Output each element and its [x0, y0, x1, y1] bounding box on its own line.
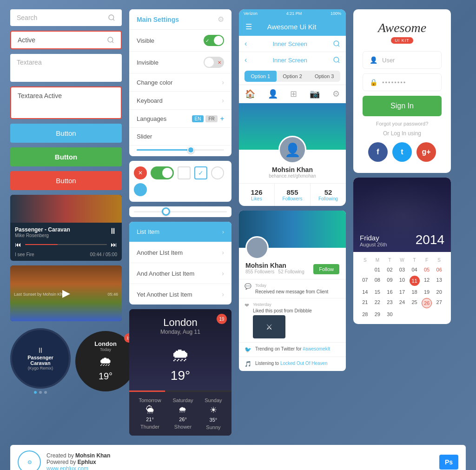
twitter-login-button[interactable]: t: [392, 142, 412, 162]
cal-day-06[interactable]: 06: [433, 265, 445, 274]
cal-day-02[interactable]: 02: [383, 265, 396, 274]
svg-point-0: [109, 15, 114, 20]
round-music-player[interactable]: ⏸ Passenger Caravan (Kygo Remix): [10, 328, 71, 394]
settings-invisible-row[interactable]: Invisible: [129, 52, 231, 73]
cal-day-27[interactable]: 27: [433, 298, 445, 308]
pause-icon[interactable]: ⏸: [109, 226, 117, 236]
cal-day-03[interactable]: 03: [396, 265, 409, 274]
weekday-s2: S: [433, 258, 445, 263]
add-language-button[interactable]: +: [220, 115, 224, 122]
search-inner-icon-1[interactable]: [333, 40, 340, 47]
cal-day-20[interactable]: 20: [433, 288, 445, 296]
video-title: Last Sunset by Mohsin Khan: [14, 292, 67, 297]
close-control[interactable]: ✕: [134, 166, 147, 179]
checkbox-checked[interactable]: ✓: [194, 166, 207, 179]
blue-button[interactable]: Button: [10, 124, 122, 143]
video-player[interactable]: ▶ Last Sunset by Mohsin Khan 05:46: [10, 265, 122, 321]
list-item-1[interactable]: List Item ›: [129, 222, 231, 242]
tab-settings-icon[interactable]: ⚙: [332, 89, 340, 99]
lang-fr[interactable]: FR: [205, 115, 217, 122]
weather-date-round: Today: [100, 347, 111, 352]
cal-day-19[interactable]: 19: [421, 288, 433, 296]
signin-button[interactable]: Sign In: [363, 96, 442, 116]
cal-day-22[interactable]: 22: [371, 298, 384, 308]
svg-point-2: [108, 37, 113, 42]
cal-day-09[interactable]: 09: [383, 276, 396, 286]
cal-day-08[interactable]: 08: [371, 276, 384, 286]
tab-camera-icon[interactable]: 📷: [310, 89, 320, 99]
red-button[interactable]: Button: [10, 171, 122, 190]
hashtag-link[interactable]: #awesomekIt: [303, 346, 330, 351]
settings-visible-row[interactable]: Visible: [129, 30, 231, 52]
toggle-visible[interactable]: [204, 35, 224, 46]
settings-color-row[interactable]: Change color ›: [129, 73, 231, 92]
user-field[interactable]: 👤 User: [363, 51, 442, 69]
calendar-days: 01 02 03 04 05 06 07 08 09 10 11 12 13 1…: [359, 265, 445, 318]
search-inner-icon-2[interactable]: [333, 56, 340, 64]
facebook-login-button[interactable]: f: [368, 142, 388, 162]
weather-card: 19 London Monday, Aug 11 🌧 19° Tomorrow …: [129, 309, 231, 436]
settings-languages-row[interactable]: Languages EN FR +: [129, 110, 231, 128]
cal-day-18[interactable]: 18: [408, 288, 421, 296]
weekday-f: F: [421, 258, 433, 263]
cal-day-05[interactable]: 05: [421, 265, 433, 274]
toggle-invisible[interactable]: [204, 57, 224, 68]
toggle-control-on[interactable]: [151, 166, 174, 179]
textarea-active-field[interactable]: Textarea Active: [10, 86, 122, 119]
seg-option-2[interactable]: Option 2: [277, 71, 309, 82]
password-field[interactable]: 🔒 ••••••••: [363, 73, 442, 91]
list-item-2[interactable]: Another LIst Item ›: [129, 242, 231, 263]
google-login-button[interactable]: g+: [416, 142, 436, 162]
cal-day-26[interactable]: 26: [422, 298, 432, 308]
footer-left: ⊙ Created by Mohsin Khan Powered by Ephl…: [18, 450, 110, 470]
cal-day-15[interactable]: 15: [371, 288, 384, 296]
menu-icon[interactable]: ☰: [245, 22, 252, 31]
gear-icon[interactable]: ⚙: [218, 15, 224, 24]
tab-grid-icon[interactable]: ⊞: [290, 89, 297, 99]
settings-keyboard-row[interactable]: Keyboard ›: [129, 92, 231, 110]
green-button[interactable]: Button: [10, 147, 122, 166]
cal-day-13[interactable]: 13: [433, 276, 445, 286]
tab-profile-icon[interactable]: 👤: [268, 89, 278, 99]
cal-day-29[interactable]: 29: [371, 310, 384, 318]
cal-day-11[interactable]: 11: [410, 276, 420, 286]
cal-day-16[interactable]: 16: [383, 288, 396, 296]
forecast-tomorrow: Tomorrow 🌦 21° Thunder: [139, 397, 161, 430]
website-link[interactable]: www.ephlux.com: [46, 465, 110, 470]
list-item-4[interactable]: Yet Another List Item ›: [129, 284, 231, 305]
textarea-field[interactable]: Textarea: [10, 54, 122, 82]
tab-home-icon[interactable]: 🏠: [245, 89, 255, 99]
prev-icon[interactable]: ⏮: [15, 241, 21, 248]
next-icon[interactable]: ⏭: [111, 241, 117, 248]
radio-empty[interactable]: [211, 166, 224, 179]
seg-option-3[interactable]: Option 3: [308, 71, 340, 82]
cal-day-17[interactable]: 17: [396, 288, 409, 296]
cal-day-30[interactable]: 30: [383, 310, 396, 318]
cal-day-25[interactable]: 25: [408, 298, 421, 308]
search-field[interactable]: Search: [10, 9, 122, 26]
radio-filled[interactable]: [134, 183, 147, 196]
activity-row-1: 💬 Today Received new message from Client: [239, 279, 346, 298]
cal-day-01[interactable]: 01: [371, 265, 384, 274]
slider-container[interactable]: [129, 146, 231, 156]
cal-day-24[interactable]: 24: [396, 298, 409, 308]
seg-option-1[interactable]: Option 1: [245, 71, 277, 82]
active-field[interactable]: Active: [10, 31, 122, 49]
cal-day-21[interactable]: 21: [359, 298, 371, 308]
checkbox-empty[interactable]: [178, 166, 191, 179]
list-item-3[interactable]: And Another List Item ›: [129, 263, 231, 284]
cal-day-23[interactable]: 23: [383, 298, 396, 308]
weekday-m: M: [371, 258, 384, 263]
slider2-container[interactable]: [129, 206, 231, 217]
lang-en[interactable]: EN: [192, 115, 204, 122]
follow-button[interactable]: Follow: [313, 264, 339, 274]
cal-day-10[interactable]: 10: [396, 276, 409, 286]
cal-day-04[interactable]: 04: [408, 265, 421, 274]
song-link[interactable]: Locked Out Of Heaven: [280, 361, 328, 366]
cal-day-28[interactable]: 28: [359, 310, 371, 318]
cal-day-07[interactable]: 07: [359, 276, 371, 286]
inner-screen-1-title: Inner Screen: [247, 40, 333, 47]
cal-day-14[interactable]: 14: [359, 288, 371, 296]
forgot-text[interactable]: Forgot your password?: [363, 121, 442, 126]
cal-day-12[interactable]: 12: [421, 276, 433, 286]
